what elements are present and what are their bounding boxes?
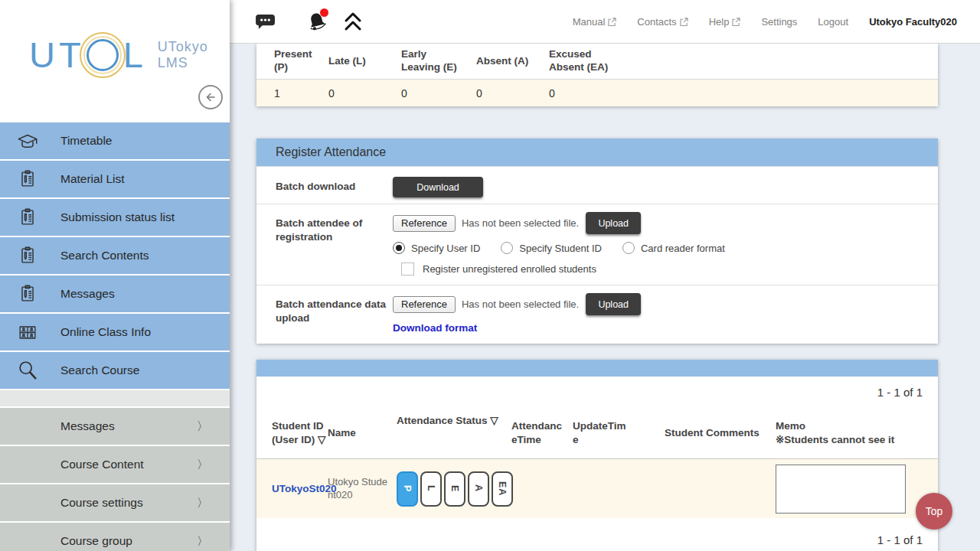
student-attendance-list: 1 - 1 of 1 Student ID (User ID) ▽ Name A…: [256, 360, 938, 551]
upload-button[interactable]: Upload: [586, 212, 641, 234]
attendance-summary-table: Present (P) Late (L) Early Leaving (E) A…: [256, 44, 938, 106]
summary-col-early-leaving: Early Leaving (E): [401, 48, 476, 74]
sidebar-divider: [0, 390, 230, 406]
contacts-link[interactable]: Contacts: [637, 16, 688, 28]
logo-o-rings-icon: [87, 39, 119, 71]
collapse-header-button[interactable]: [343, 11, 363, 31]
download-button[interactable]: Download: [393, 177, 483, 197]
status-button-present[interactable]: P: [397, 471, 418, 507]
student-name: Utokyo Student020: [328, 476, 393, 502]
student-table-header: Student ID (User ID) ▽ Name Attendance S…: [256, 407, 938, 459]
double-chevron-up-icon: [343, 11, 363, 31]
batch-data-upload-label: Batch attendance data upload: [256, 285, 393, 344]
pagination-bottom: 1 - 1 of 1: [256, 518, 938, 551]
status-button-excused-absent[interactable]: EA: [492, 471, 513, 507]
people-grid-icon: [16, 321, 39, 344]
register-unregistered-checkbox[interactable]: [401, 262, 414, 276]
early-leaving-count: 0: [401, 87, 476, 99]
radio-specify-user-id[interactable]: Specify User ID: [393, 242, 480, 254]
clipboard-icon: [16, 244, 39, 267]
summary-col-present: Present (P): [256, 48, 328, 74]
reference-button[interactable]: Reference: [393, 215, 456, 232]
sidebar-item-course-group[interactable]: Course group 〉: [0, 523, 230, 551]
radio-icon[interactable]: [393, 242, 405, 254]
sidebar-collapse-button[interactable]: [198, 85, 223, 109]
student-id-link[interactable]: UTokyoSt020: [272, 483, 337, 494]
batch-data-upload-row: Batch attendance data upload Reference H…: [256, 285, 938, 344]
status-button-late[interactable]: L: [420, 471, 442, 507]
sidebar-item-messages[interactable]: Messages: [0, 276, 230, 312]
late-count: 0: [328, 87, 401, 99]
clipboard-icon: [16, 282, 39, 305]
chat-button[interactable]: [255, 13, 276, 31]
batch-attendee-row: Batch attendee of registration Reference…: [256, 204, 938, 285]
topbar: Manual Contacts Help Settings Logout Uto…: [230, 0, 980, 44]
sidebar-item-search-contents[interactable]: Search Contents: [0, 237, 230, 274]
summary-col-late: Late (L): [328, 55, 401, 68]
sidebar-item-timetable[interactable]: Timetable: [0, 122, 230, 159]
batch-download-row: Batch download Download: [256, 166, 938, 204]
attendance-time-value: [511, 459, 573, 518]
present-count: 1: [256, 87, 328, 99]
register-unregistered-option: Register unregistered enrolled students: [393, 262, 938, 276]
help-link[interactable]: Help: [709, 16, 741, 28]
main-content: Present (P) Late (L) Early Leaving (E) A…: [230, 44, 980, 551]
sidebar-item-course-content[interactable]: Course Content 〉: [0, 446, 230, 483]
username-label: Utokyo Faculty020: [869, 16, 957, 28]
id-format-radio-group: Specify User ID Specify Student ID Card …: [393, 242, 938, 254]
excused-absent-count: 0: [549, 87, 671, 99]
external-link-icon: [608, 18, 616, 26]
logo-area: UT L UTokyo LMS: [0, 0, 230, 122]
student-comments-value: [665, 459, 776, 518]
summary-values-row: 1 0 0 0 0: [256, 80, 938, 106]
list-header-bar: [256, 360, 938, 377]
upload-button[interactable]: Upload: [586, 293, 641, 315]
memo-textarea[interactable]: [776, 465, 906, 514]
sidebar-item-search-course[interactable]: Search Course: [0, 352, 230, 389]
student-row: UTokyoSt020 Utokyo Student020 P L E A EA: [256, 459, 938, 518]
logo-subtitle: UTokyo LMS: [158, 39, 208, 70]
radio-card-reader-format[interactable]: Card reader format: [622, 242, 725, 254]
clipboard-icon: [16, 206, 39, 229]
radio-icon[interactable]: [622, 242, 635, 254]
sidebar-item-messages-sub[interactable]: Messages 〉: [0, 408, 230, 445]
external-link-icon: [732, 18, 740, 26]
batch-attendee-label: Batch attendee of registration: [256, 204, 393, 285]
radio-icon[interactable]: [501, 242, 513, 254]
manual-link[interactable]: Manual: [573, 16, 617, 28]
utol-logo: UT L UTokyo LMS: [29, 34, 208, 76]
logo-text-l: L: [123, 34, 147, 76]
pagination-top: 1 - 1 of 1: [256, 377, 938, 407]
clipboard-icon: [16, 168, 39, 191]
sidebar: UT L UTokyo LMS Timetable Material List …: [0, 0, 230, 551]
no-file-text: Has not been selected file.: [462, 298, 579, 310]
status-button-absent[interactable]: A: [468, 471, 489, 507]
external-link-icon: [680, 18, 688, 26]
col-attendance-time: AttendanceTime: [511, 407, 573, 458]
magnifier-icon: [16, 359, 39, 382]
col-attendance-status[interactable]: Attendance Status ▽: [397, 407, 511, 458]
graduation-cap-icon: [16, 129, 39, 152]
register-attendance-section: Register Attendance Batch download Downl…: [256, 139, 938, 344]
sidebar-item-submission-status-list[interactable]: Submission status list: [0, 199, 230, 236]
logout-link[interactable]: Logout: [818, 16, 848, 28]
sidebar-item-material-list[interactable]: Material List: [0, 161, 230, 197]
settings-link[interactable]: Settings: [761, 16, 797, 28]
scroll-to-top-button[interactable]: Top: [916, 493, 952, 530]
absent-count: 0: [476, 87, 549, 99]
update-time-value: [573, 459, 665, 518]
notifications-button[interactable]: [306, 11, 328, 32]
sidebar-main-menu: Timetable Material List Submission statu…: [0, 122, 230, 389]
sidebar-item-course-settings[interactable]: Course settings 〉: [0, 484, 230, 521]
chat-bubble-icon: [255, 13, 276, 31]
col-student-id[interactable]: Student ID (User ID) ▽: [256, 407, 328, 458]
attendance-status-buttons: P L E A EA: [397, 471, 513, 507]
arrow-left-icon: [204, 90, 217, 104]
status-button-early-leaving[interactable]: E: [444, 471, 466, 507]
reference-button[interactable]: Reference: [393, 296, 456, 313]
sidebar-item-online-class-info[interactable]: Online Class Info: [0, 314, 230, 350]
logo-text-ut: UT: [29, 34, 85, 76]
radio-specify-student-id[interactable]: Specify Student ID: [501, 242, 602, 254]
batch-download-label: Batch download: [256, 167, 393, 204]
download-format-link[interactable]: Download format: [393, 322, 477, 334]
